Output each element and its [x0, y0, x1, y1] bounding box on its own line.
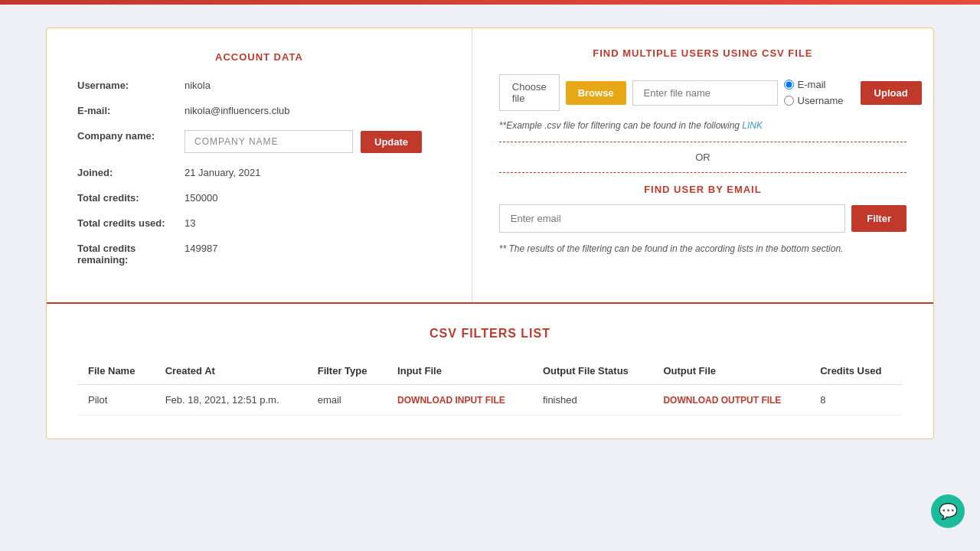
joined-value: 21 January, 2021 — [185, 167, 261, 178]
right-panel: FIND MULTIPLE USERS USING CSV FILE Choos… — [472, 28, 933, 302]
account-data-title: ACCOUNT DATA — [77, 51, 441, 63]
th-file-name: File Name — [77, 357, 155, 385]
csv-table: File Name Created At Filter Type Input F… — [77, 357, 903, 416]
email-row: E-mail: nikola@influencers.club — [77, 105, 441, 116]
cell-credits-used: 8 — [809, 385, 903, 416]
radio-group: E-mail Username — [784, 79, 844, 106]
csv-title: FIND MULTIPLE USERS USING CSV FILE — [499, 47, 906, 59]
cell-output-status: finished — [532, 385, 653, 416]
card-bottom: CSV FILTERS LIST File Name Created At Fi… — [47, 304, 933, 439]
radio-username[interactable] — [784, 96, 794, 106]
chat-icon: 💬 — [939, 502, 958, 520]
radio-email[interactable] — [784, 80, 794, 90]
example-text: **Example .csv file for filtering can be… — [499, 120, 906, 131]
th-output-status: Output File Status — [532, 357, 653, 385]
username-value: nikola — [185, 80, 211, 91]
radio-email-text: E-mail — [798, 79, 826, 90]
username-row: Username: nikola — [77, 80, 441, 91]
credits-used-row: Total credits used: 13 — [77, 217, 441, 229]
cell-filter-type: email — [307, 385, 387, 416]
example-link[interactable]: LINK — [742, 120, 763, 131]
total-credits-label: Total credits: — [77, 192, 185, 204]
username-label: Username: — [77, 80, 185, 91]
filter-button[interactable]: Filter — [851, 205, 906, 232]
company-input-row: Update — [185, 130, 422, 153]
email-filter-row: Filter — [499, 204, 906, 233]
download-input-file-link[interactable]: DOWNLOAD INPUT FILE — [387, 385, 532, 416]
choose-file-box: Choose file — [499, 74, 560, 111]
total-credits-row: Total credits: 150000 — [77, 192, 441, 204]
update-button[interactable]: Update — [361, 131, 422, 153]
total-credits-value: 150000 — [185, 192, 217, 204]
chat-bubble[interactable]: 💬 — [931, 494, 965, 528]
upload-button[interactable]: Upload — [861, 81, 922, 105]
divider-top — [499, 142, 906, 142]
table-header-row: File Name Created At Filter Type Input F… — [77, 357, 903, 385]
table-row: Pilot Feb. 18, 2021, 12:51 p.m. email DO… — [77, 385, 903, 416]
card-top: ACCOUNT DATA Username: nikola E-mail: ni… — [47, 28, 933, 304]
th-credits-used: Credits Used — [809, 357, 903, 385]
company-row: Company name: Update — [77, 130, 441, 153]
main-card: ACCOUNT DATA Username: nikola E-mail: ni… — [46, 28, 934, 439]
find-email-title: FIND USER BY EMAIL — [499, 184, 906, 195]
or-text: OR — [499, 152, 906, 163]
credits-remaining-row: Total credits remaining: 149987 — [77, 243, 441, 266]
email-label: E-mail: — [77, 105, 185, 116]
company-name-input[interactable] — [185, 130, 353, 153]
credits-remaining-value: 149987 — [185, 243, 217, 254]
radio-email-label[interactable]: E-mail — [784, 79, 844, 90]
th-created-at: Created At — [155, 357, 307, 385]
joined-label: Joined: — [77, 167, 185, 178]
browse-button[interactable]: Browse — [566, 81, 626, 105]
email-value: nikola@influencers.club — [185, 105, 290, 116]
page-wrapper: ACCOUNT DATA Username: nikola E-mail: ni… — [0, 5, 980, 462]
csv-upload-row: Choose file Browse E-mail Username Up — [499, 74, 906, 111]
radio-username-label[interactable]: Username — [784, 95, 844, 106]
csv-list-title: CSV FILTERS LIST — [77, 327, 903, 341]
download-output-file-link[interactable]: DOWNLOAD OUTPUT FILE — [652, 385, 809, 416]
divider-bottom — [499, 172, 906, 173]
results-note: ** The results of the filtering can be f… — [499, 243, 906, 254]
radio-username-text: Username — [798, 95, 844, 106]
cell-file-name: Pilot — [77, 385, 155, 416]
th-filter-type: Filter Type — [307, 357, 387, 385]
credits-remaining-label: Total credits remaining: — [77, 243, 185, 266]
email-filter-input[interactable] — [499, 204, 845, 233]
company-label: Company name: — [77, 130, 185, 142]
th-input-file: Input File — [387, 357, 532, 385]
left-panel: ACCOUNT DATA Username: nikola E-mail: ni… — [47, 28, 472, 302]
credits-used-label: Total credits used: — [77, 217, 185, 229]
credits-used-value: 13 — [185, 217, 195, 229]
th-output-file: Output File — [652, 357, 809, 385]
cell-created-at: Feb. 18, 2021, 12:51 p.m. — [155, 385, 307, 416]
joined-row: Joined: 21 January, 2021 — [77, 167, 441, 178]
file-name-input[interactable] — [632, 80, 778, 106]
